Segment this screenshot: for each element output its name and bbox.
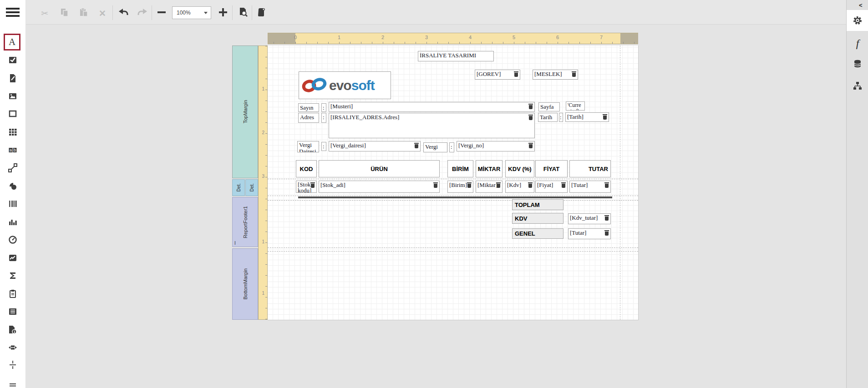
chart-tool[interactable] [8,217,18,227]
delete-field-icon[interactable] [310,182,315,188]
tutar-field[interactable]: [Tutar] [569,181,611,193]
delete-field-icon[interactable] [528,182,533,188]
delete-field-icon[interactable] [572,71,576,77]
gorev-field[interactable]: [GOREV] [475,70,520,80]
character-comb-tool[interactable]: ab [8,145,18,155]
colon-box[interactable]: : [321,113,326,123]
zoom-out-button[interactable] [156,7,168,19]
musteri-field[interactable]: [Musteri] [329,102,535,112]
kdv-tutar-field[interactable]: [Kdv_tutar] [568,213,611,224]
delete-field-icon[interactable] [496,182,501,188]
genel-tutar-field[interactable]: [Tutar] [568,228,611,239]
sayin-label[interactable]: Sayın [298,103,319,112]
stok-kodu-field[interactable]: [Stok_kodu] [296,181,317,193]
summary-tool[interactable] [8,271,18,281]
delete-field-icon[interactable] [604,215,609,221]
data-sources-tab[interactable] [847,54,868,75]
meslek-field[interactable]: [MESLEK] [533,70,578,80]
page-info-field[interactable]: 'Current of' [566,101,585,111]
pageinfo-tool[interactable] [8,325,18,335]
band-sublabel: I [234,241,236,246]
delete-field-icon[interactable] [604,182,609,188]
richtext-tool[interactable] [8,73,18,83]
delete-field-icon[interactable] [603,114,607,120]
colon-box[interactable]: : [321,142,326,151]
toplam-label[interactable]: TOPLAM [512,199,563,210]
delete-field-icon[interactable] [528,115,533,120]
band-bottom-margin[interactable]: BottomMargin [232,248,258,320]
vergi-no-label[interactable]: Vergi No [423,142,447,152]
header-urun[interactable]: ÜRÜN [319,160,440,177]
delete-field-icon[interactable] [528,143,533,148]
band-detail-report[interactable]: Det. [232,179,245,196]
delete-field-icon[interactable] [414,143,419,148]
kdv-field[interactable]: [Kdv] [505,181,534,193]
delete-field-icon[interactable] [467,182,472,188]
delete-field-icon[interactable] [528,104,533,109]
adres-field[interactable]: [IRSALIYE_ADRES.Adres] [329,113,535,138]
band-detail[interactable]: Det. [245,179,258,196]
vergi-dairesi-label[interactable]: Vergi Dairesi [297,141,319,152]
delete-field-icon[interactable] [604,230,609,236]
panel-tool[interactable] [8,109,18,119]
adres-label[interactable]: Adres [298,113,319,123]
scripts-button[interactable] [256,7,268,19]
crossband-line-tool[interactable] [8,360,18,370]
subreport-tool[interactable] [8,307,18,317]
picture-tool[interactable] [8,91,18,101]
redo-button[interactable] [137,7,148,19]
pagebreak-tool[interactable] [8,343,18,353]
undo-button[interactable] [117,7,129,19]
header-kdv[interactable]: KDV (%) [505,160,534,177]
tarih-label[interactable]: Tarih [538,113,558,122]
vergi-dairesi-field[interactable]: [Vergi_dairesi] [329,141,421,151]
birim-field[interactable]: [Birim] [447,181,473,193]
crossband-box-tool[interactable] [8,378,18,388]
collapse-panel-button[interactable]: < [859,2,863,9]
preview-button[interactable] [237,7,249,19]
gauge-tool[interactable] [8,235,18,245]
genel-label[interactable]: GENEL [512,228,563,239]
delete-button[interactable]: ✕ [96,7,108,19]
report-explorer-tab[interactable] [847,76,868,96]
band-report-footer[interactable]: ReportFooter1 I [232,197,258,247]
fiyat-field[interactable]: [Fiyat] [535,181,568,193]
colon-box[interactable]: : [559,113,563,122]
expressions-tab[interactable]: f [847,33,868,54]
kdv-total-label[interactable]: KDV [512,213,563,224]
copy-button[interactable] [58,7,70,19]
zoom-in-button[interactable] [217,7,229,19]
header-tutar[interactable]: TUTAR [569,160,611,177]
logo-picture-box[interactable]: evosoft [299,71,391,99]
colon-box[interactable]: : [321,103,326,112]
line-control[interactable] [298,197,612,198]
sparkline-tool[interactable] [8,253,18,263]
label-tool-selected[interactable]: A [4,34,20,50]
colon-box[interactable]: : [449,142,454,152]
zoom-dropdown[interactable]: 100% [172,6,211,19]
shape-tool[interactable] [8,181,18,191]
miktar-field[interactable]: [Miktar] [476,181,503,193]
header-birim[interactable]: BİRİM [447,160,473,177]
band-top-margin[interactable]: TopMargin [232,45,258,178]
tarih-field[interactable]: [Tarih] [565,112,609,122]
barcode-tool[interactable] [8,199,18,209]
delete-field-icon[interactable] [561,182,566,188]
header-kod[interactable]: KOD [296,160,317,177]
vergi-no-field[interactable]: [Vergi_no] [457,141,535,151]
sayfa-label[interactable]: Sayfa [538,102,560,111]
line-tool[interactable] [8,163,18,173]
checkbox-tool[interactable] [8,55,18,65]
cut-button[interactable]: ✂ [39,7,51,19]
delete-field-icon[interactable] [514,71,518,77]
header-fiyat[interactable]: FİYAT [535,160,568,177]
header-miktar[interactable]: MİKTAR [476,160,503,177]
properties-tab[interactable] [847,10,868,31]
pivot-tool[interactable] [8,289,18,299]
report-title-field[interactable]: İRSALİYE TASARIMI [418,51,494,61]
paste-button[interactable] [77,7,89,19]
stok-adi-field[interactable]: [Stok_adi] [319,181,440,193]
delete-field-icon[interactable] [433,182,438,188]
table-tool[interactable] [8,127,18,137]
menu-button[interactable] [6,8,20,18]
